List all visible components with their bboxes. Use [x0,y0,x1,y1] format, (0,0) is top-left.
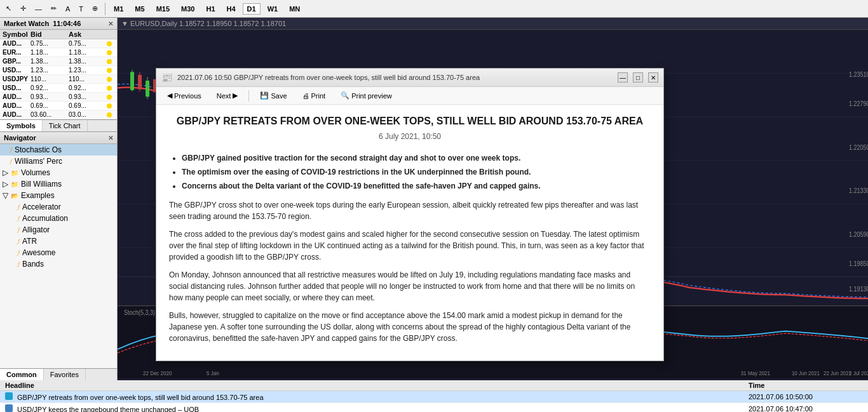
col-bid: Bid [31,30,69,38]
market-row[interactable]: USD... 0.92... 0.92... [0,84,117,93]
tf-m30[interactable]: M30 [177,3,199,15]
cross-tool-btn[interactable]: ✛ [17,3,29,15]
toolbar-separator-1 [105,3,105,15]
pencil-tool-btn[interactable]: ✏ [48,3,60,15]
market-row[interactable]: AUD... 0.69... 0.69... [0,102,117,110]
save-btn-label: Save [271,92,287,100]
tf-h4[interactable]: H4 [222,3,240,15]
dialog-print-preview-btn[interactable]: 🔍 Print preview [335,90,398,102]
williams-icon: 𝑓 [10,157,12,165]
tf-m15[interactable]: M15 [152,3,174,15]
dialog-print-btn[interactable]: 🖨 Print [297,90,332,102]
atr-icon: 𝑓 [18,237,20,245]
nav-item-accelerator[interactable]: 𝑓 Accelerator [0,201,117,213]
tab-symbols[interactable]: Symbols [0,120,43,131]
market-row[interactable]: GBP... 1.38... 1.38... [0,57,117,66]
dialog-content: GBP/JPY RETREATS FROM OVER ONE-WEEK TOPS… [156,105,663,361]
nav-folder-examples[interactable]: ▽ 📂 Examples [0,190,117,201]
nav-item-atr[interactable]: 𝑓 ATR [0,236,117,247]
atr-label: ATR [22,237,37,246]
bid-gbp: 1.38... [31,58,69,65]
chart-symbol-info: ▼ EURUSD,Daily 1.18572 1.18950 1.18572 1… [121,20,286,27]
ask-aud4: 03.0... [69,111,107,118]
accelerator-label: Accelerator [22,203,61,211]
svg-text:1.22050: 1.22050 [849,143,868,151]
dot-aud2 [107,95,112,100]
bullet-1: GBP/JPY gained positive traction for the… [182,152,651,164]
dialog-toolbar: ◀ Previous Next ▶ 💾 Save 🖨 Print [156,87,663,105]
nav-item-williams[interactable]: 𝑓 Williams' Perc [0,156,117,167]
nav-item-bands[interactable]: 𝑓 Bands [0,258,117,270]
expand-icon: ▷ [3,168,8,177]
line-tool-btn[interactable]: — [32,3,45,15]
chart-topbar: ▼ EURUSD,Daily 1.18572 1.18950 1.18572 1… [118,18,868,30]
headline-col-header: Headline [5,382,749,389]
tf-m5[interactable]: M5 [130,3,149,15]
market-watch-time: 11:04:46 [53,20,81,27]
nav-tab-favorites[interactable]: Favorites [44,369,86,380]
symbol-aud1: AUD... [3,40,31,47]
market-row[interactable]: AUD... 0.75... 0.75... [0,39,117,48]
market-watch-table: Symbol Bid Ask AUD... 0.75... 0.75... EU… [0,30,117,119]
stochastic-icon: 𝑓 [10,146,12,154]
news-icon-2 [5,404,13,412]
text-tool-btn[interactable]: A [62,3,73,15]
nav-item-alligator[interactable]: 𝑓 Alligator [0,224,117,236]
tf-mn[interactable]: MN [285,3,304,15]
svg-text:22 Jun 2021: 22 Jun 2021 [824,370,851,377]
dialog-minimize-btn[interactable]: — [618,72,628,83]
tab-tick-chart[interactable]: Tick Chart [43,120,88,131]
time-col-header: Time [749,382,863,389]
nav-folder-bill-williams[interactable]: ▷ 📁 Bill Williams [0,178,117,190]
navigator-close[interactable]: ✕ [108,135,113,142]
svg-text:1.21330: 1.21330 [849,187,868,195]
market-row[interactable]: AUD... 03.60... 03.0... [0,110,117,119]
tf-w1[interactable]: W1 [263,3,283,15]
dialog-save-btn[interactable]: 💾 Save [254,90,292,102]
bid-usdjpy: 110... [31,76,69,83]
accelerator-icon: 𝑓 [18,203,20,211]
market-row[interactable]: USDJPY 110... 110... [0,75,117,84]
text2-tool-btn[interactable]: T [76,3,86,15]
dialog-next-btn[interactable]: Next ▶ [211,90,244,102]
examples-label: Examples [21,191,55,200]
bottom-container: Headline Time GBP/JPY retreats from over… [0,380,868,412]
article-date: 6 July 2021, 10:50 [169,131,651,142]
nav-tab-common[interactable]: Common [0,369,44,380]
bands-icon: 𝑓 [18,260,20,268]
chart-canvas: 1.23510 1.22790 1.22050 1.21330 1.20590 … [118,30,868,378]
nav-item-stochastic[interactable]: 𝑓 Stochastic Os [0,144,117,156]
expand-icon3: ▽ [3,191,8,200]
nav-folder-volumes[interactable]: ▷ 📁 Volumes [0,167,117,178]
navigator-tabs: Common Favorites [0,368,117,380]
svg-text:10 Jun 2021: 10 Jun 2021 [792,370,820,377]
article-headline: GBP/JPY RETREATS FROM OVER ONE-WEEK TOPS… [169,115,651,128]
ask-aud2: 0.93... [69,93,107,100]
market-row[interactable]: EUR... 1.18... 1.18... [0,48,117,57]
arrow-tool-btn[interactable]: ↖ [3,3,15,15]
volumes-label: Volumes [21,168,50,177]
tf-h1[interactable]: H1 [201,3,219,15]
nav-item-awesome[interactable]: 𝑓 Awesome [0,247,117,258]
print-icon: 🖨 [302,92,309,100]
tf-m1[interactable]: M1 [109,3,128,15]
news-list-item[interactable]: USD/JPY keeps the rangebound theme uncha… [0,403,868,412]
svg-text:1.19130: 1.19130 [849,285,868,293]
ask-usd1: 1.23... [69,67,107,74]
cursor-tool-btn[interactable]: ⊕ [89,3,101,15]
market-watch-close[interactable]: ✕ [108,20,113,27]
bill-folder-icon: 📁 [11,181,18,188]
bullet-3: Concerns about the Delta variant of the … [182,180,651,192]
dialog-close-btn[interactable]: ✕ [648,72,658,83]
symbols-tabs-bar: Symbols Tick Chart [0,120,117,132]
ask-usdjpy: 110... [69,76,107,83]
market-row[interactable]: USD... 1.23... 1.23... [0,66,117,75]
dialog-prev-btn[interactable]: ◀ Previous [161,90,207,102]
tf-d1[interactable]: D1 [243,3,261,15]
print-preview-label: Print preview [351,92,392,100]
market-watch-header: Market Watch 11:04:46 ✕ [0,18,117,30]
market-row[interactable]: AUD... 0.93... 0.93... [0,93,117,102]
news-list-item[interactable]: GBP/JPY retreats from over one-week tops… [0,391,868,403]
nav-item-accumulation[interactable]: 𝑓 Accumulation [0,213,117,224]
dialog-maximize-btn[interactable]: □ [633,72,643,83]
